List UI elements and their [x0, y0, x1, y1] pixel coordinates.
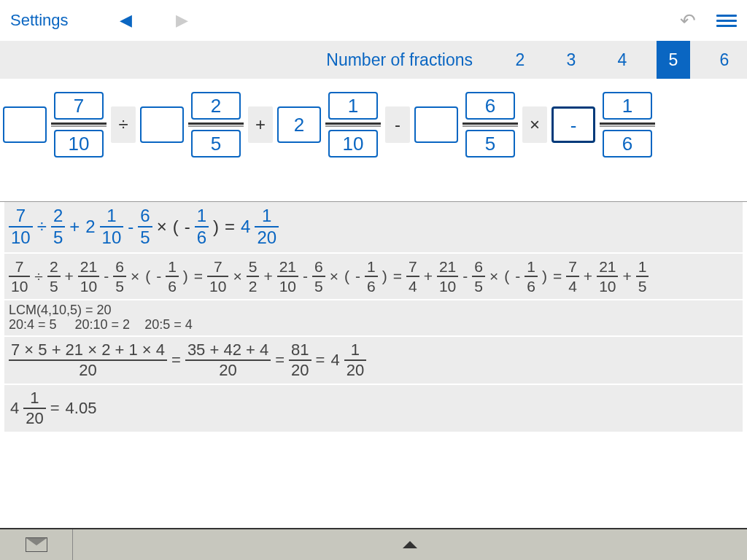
whole-input-5[interactable]: -	[551, 106, 595, 143]
mail-icon	[26, 537, 47, 552]
fraction-bar	[462, 122, 518, 127]
solution-line-1: 710 ÷ 25 + 2 110 - 65 × ( - 16 ) = 4 120	[4, 202, 743, 252]
den-input-1[interactable]: 10	[54, 130, 104, 158]
fraction-bar	[51, 122, 107, 127]
num-input-3[interactable]: 1	[328, 92, 378, 120]
menu-icon[interactable]	[716, 15, 737, 27]
count-option-5[interactable]: 5	[657, 41, 690, 79]
den-input-3[interactable]: 10	[328, 130, 378, 158]
num-input-5[interactable]: 1	[603, 92, 652, 120]
whole-input-1[interactable]	[3, 106, 47, 143]
den-input-4[interactable]: 5	[465, 130, 515, 158]
count-option-6[interactable]: 6	[708, 41, 741, 79]
solution-line-4: 7 × 5 + 21 × 2 + 1 × 420 = 35 + 42 + 420…	[4, 337, 743, 384]
fraction-count-label: Number of fractions	[326, 50, 473, 70]
count-option-4[interactable]: 4	[605, 41, 639, 79]
operator-3[interactable]: -	[385, 106, 410, 143]
num-input-4[interactable]: 6	[465, 92, 515, 120]
count-option-2[interactable]: 2	[503, 41, 537, 79]
solution-line-2: 710÷25+2110-65×(-16)=710×52+2110-65×(-16…	[4, 254, 743, 299]
fraction-bar	[188, 122, 244, 127]
operator-4[interactable]: ×	[522, 106, 547, 143]
settings-link[interactable]: Settings	[10, 11, 69, 30]
undo-icon[interactable]: ↶	[680, 9, 696, 32]
den-input-2[interactable]: 5	[191, 130, 241, 158]
top-bar: Settings ◀ ▶ ↶	[0, 0, 747, 41]
solution-panel: 710 ÷ 25 + 2 110 - 65 × ( - 16 ) = 4 120…	[0, 201, 747, 432]
solution-line-5: 4 120 = 4.05	[4, 385, 743, 432]
operator-1[interactable]: ÷	[111, 106, 136, 143]
whole-input-3[interactable]: 2	[277, 106, 321, 143]
mail-button[interactable]	[0, 529, 73, 560]
fraction-input-row: 7 10 ÷ 2 5 + 2 1 10 - 6 5 × - 1 6	[0, 79, 747, 158]
whole-input-2[interactable]	[140, 106, 184, 143]
bottom-bar	[0, 528, 747, 560]
chevron-up-icon	[403, 541, 417, 548]
num-input-1[interactable]: 7	[54, 92, 104, 120]
prev-arrow-icon[interactable]: ◀	[120, 11, 132, 30]
count-option-3[interactable]: 3	[554, 41, 588, 79]
fraction-bar	[325, 122, 381, 127]
expand-button[interactable]	[73, 529, 747, 560]
solution-line-3: LCM(4,10,5) = 20 20:4 = 5 20:10 = 2 20:5…	[4, 300, 743, 335]
den-input-5[interactable]: 6	[603, 130, 652, 158]
fraction-count-bar: Number of fractions 2 3 4 5 6	[0, 41, 747, 79]
fraction-bar	[600, 122, 655, 127]
num-input-2[interactable]: 2	[191, 92, 241, 120]
operator-2[interactable]: +	[248, 106, 273, 143]
whole-input-4[interactable]	[414, 106, 458, 143]
next-arrow-icon[interactable]: ▶	[176, 11, 188, 30]
